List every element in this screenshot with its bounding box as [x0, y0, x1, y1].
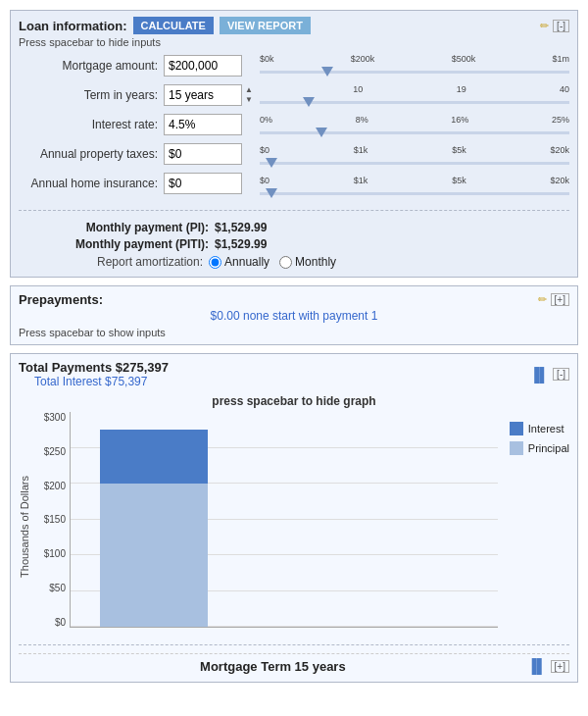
sliders-col: $0k $200k $500k $1m 10	[254, 54, 569, 206]
term-row: Term in years: 15 years 10 years 20 year…	[19, 83, 254, 107]
x-axis-label	[36, 628, 569, 640]
chart-footer-bar-icon: ▐▌	[527, 658, 547, 674]
monthly-piti-value: $1,529.99	[215, 237, 267, 251]
monthly-pi-label: Monthly payment (PI):	[19, 221, 215, 234]
legend-principal-color	[510, 441, 523, 455]
chart-inner: $300 $250 $200 $150 $100 $50 $0	[36, 412, 569, 640]
calculate-button[interactable]: CALCULATE	[133, 17, 214, 34]
prepay-icons: ✏ [+]	[538, 293, 569, 306]
interest-input[interactable]	[164, 114, 242, 135]
chart-wrapper: Thousands of Dollars $300 $250 $200 $150…	[19, 412, 569, 640]
total-payments: Total Payments $275,397	[19, 360, 169, 375]
amort-annually-label: Annually	[224, 255, 270, 269]
term-arrows: ▲ ▼	[244, 85, 254, 105]
chart-footer-title: Mortgage Term 15 years	[19, 659, 527, 674]
insurance-slider-thumb[interactable]	[266, 188, 277, 198]
mortgage-slider-thumb[interactable]	[321, 67, 333, 77]
chart-totals: Total Payments $275,397 Total Interest $…	[19, 360, 169, 388]
chart-footer: Mortgage Term 15 years ▐▌ [+]	[19, 653, 569, 674]
collapse-chart-icon[interactable]: [-]	[553, 368, 569, 381]
interest-slider-labels: 0% 8% 16% 25%	[260, 115, 569, 125]
term-label: Term in years:	[19, 88, 164, 102]
chart-header: Total Payments $275,397 Total Interest $…	[19, 360, 569, 388]
amort-monthly-label: Monthly	[295, 255, 336, 269]
loan-section: Loan information: CALCULATE VIEW REPORT …	[10, 10, 578, 278]
prepay-value: $0.00 none start with payment 1	[19, 309, 569, 323]
monthly-piti-label: Monthly payment (PITI):	[19, 237, 215, 251]
interest-row: Interest rate:	[19, 113, 254, 136]
mortgage-slider-row: $0k $200k $500k $1m	[260, 54, 569, 78]
chart-bar-icon: ▐▌	[529, 367, 549, 383]
prepayments-section: Prepayments: ✏ [+] $0.00 none start with…	[10, 285, 578, 345]
term-up-arrow[interactable]: ▲	[244, 85, 254, 95]
insurance-label: Annual home insurance:	[19, 177, 164, 190]
chart-footer-icons: ▐▌ [+]	[527, 658, 569, 674]
bar-interest	[100, 430, 208, 484]
amort-monthly-option[interactable]: Monthly	[279, 255, 336, 269]
collapse-loan-icon[interactable]: [-]	[553, 20, 569, 32]
chart-body: $300 $250 $200 $150 $100 $50 $0	[36, 412, 569, 628]
chart-icons: ▐▌ [-]	[529, 367, 569, 383]
results-divider	[19, 210, 569, 211]
amort-annually-radio[interactable]	[209, 256, 221, 269]
mortgage-slider-line	[260, 71, 569, 74]
loan-press-hint: Press spacebar to hide inputs	[19, 36, 569, 48]
chart-bar	[100, 430, 208, 627]
interest-slider-line	[260, 131, 569, 134]
interest-slider[interactable]	[260, 126, 569, 139]
interest-label: Interest rate:	[19, 118, 164, 131]
insurance-input[interactable]	[164, 173, 242, 194]
y-axis-label-wrap: Thousands of Dollars	[19, 412, 36, 640]
amort-monthly-radio[interactable]	[279, 256, 292, 269]
interest-slider-thumb[interactable]	[316, 128, 327, 137]
amort-row: Report amortization: Annually Monthly	[19, 255, 569, 269]
taxes-slider-row: $0 $1k $5k $20k	[260, 145, 569, 170]
taxes-slider-labels: $0 $1k $5k $20k	[260, 145, 569, 155]
prepay-header: Prepayments: ✏ [+]	[19, 292, 569, 307]
expand-chart-icon[interactable]: [+]	[551, 660, 569, 673]
bar-principal	[100, 484, 208, 627]
monthly-pi-value: $1,529.99	[215, 221, 267, 234]
loan-header-icons: ✏ [-]	[540, 20, 569, 32]
prepay-edit-icon[interactable]: ✏	[538, 293, 547, 306]
monthly-piti-row: Monthly payment (PITI): $1,529.99	[19, 237, 569, 251]
prepay-title: Prepayments:	[19, 292, 103, 307]
term-slider-line	[260, 101, 569, 104]
chart-footer-divider	[19, 644, 569, 645]
legend-interest-color	[510, 422, 523, 435]
results-area: Monthly payment (PI): $1,529.99 Monthly …	[19, 217, 569, 269]
prepay-show-hint: Press spacebar to show inputs	[19, 327, 569, 338]
mortgage-row: Mortgage amount:	[19, 54, 254, 77]
insurance-slider-labels: $0 $1k $5k $20k	[260, 176, 569, 185]
total-interest: Total Interest $75,397	[19, 375, 169, 388]
view-report-button[interactable]: VIEW REPORT	[220, 17, 311, 34]
term-slider-labels: 10 19 40	[260, 84, 569, 94]
chart-plot	[70, 412, 498, 628]
amort-annually-option[interactable]: Annually	[209, 255, 270, 269]
term-slider-row: 10 19 40	[260, 84, 569, 109]
chart-legend: Interest Principal	[498, 412, 569, 628]
taxes-slider[interactable]	[260, 156, 569, 170]
graph-hint: press spacebar to hide graph	[19, 394, 569, 408]
insurance-slider-row: $0 $1k $5k $20k	[260, 176, 569, 200]
y-axis: $300 $250 $200 $150 $100 $50 $0	[36, 412, 70, 628]
expand-prepay-icon[interactable]: [+]	[551, 293, 569, 306]
y-axis-label: Thousands of Dollars	[19, 476, 32, 578]
term-down-arrow[interactable]: ▼	[244, 95, 254, 105]
legend-principal-label: Principal	[528, 442, 569, 454]
mortgage-slider[interactable]	[260, 65, 569, 78]
term-slider-thumb[interactable]	[303, 97, 315, 107]
insurance-slider[interactable]	[260, 186, 569, 200]
monthly-pi-row: Monthly payment (PI): $1,529.99	[19, 221, 569, 234]
taxes-slider-thumb[interactable]	[266, 158, 277, 168]
loan-header: Loan information: CALCULATE VIEW REPORT …	[19, 17, 569, 34]
term-slider[interactable]	[260, 95, 569, 109]
edit-icon[interactable]: ✏	[540, 20, 549, 32]
taxes-input[interactable]	[164, 143, 242, 165]
amort-radio-group: Annually Monthly	[209, 255, 336, 269]
term-select[interactable]: 15 years 10 years 20 years 30 years	[164, 84, 242, 106]
loan-input-area: Mortgage amount: Term in years: 15 years…	[19, 54, 569, 206]
insurance-slider-line	[260, 192, 569, 195]
mortgage-label: Mortgage amount:	[19, 59, 164, 73]
mortgage-input[interactable]	[164, 55, 242, 77]
